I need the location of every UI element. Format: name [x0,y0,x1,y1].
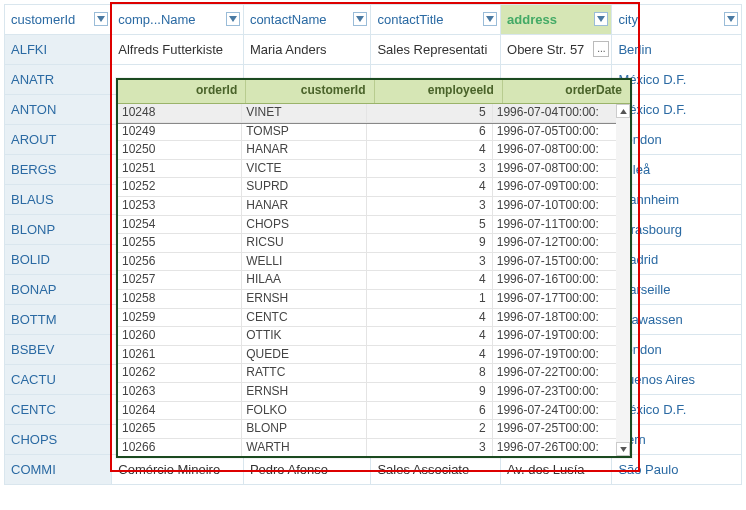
column-header-address[interactable]: address [501,5,612,35]
popup-row[interactable]: 10249TOMSP61996-07-05T00:00: [118,123,616,142]
popup-row[interactable]: 10264FOLKO61996-07-24T00:00: [118,402,616,421]
cell-text: ANATR [11,72,54,87]
popup-cell-orderid: 10249 [118,123,242,141]
cell-id[interactable]: BOLID [5,245,112,275]
column-header-city[interactable]: city [612,5,742,35]
cell-city: Berlin [612,35,742,65]
popup-cell-orderdate: 1996-07-05T00:00: [493,123,616,141]
popup-cell-orderid: 10253 [118,197,242,215]
cell-text: CENTC [11,402,56,417]
cell-id[interactable]: CENTC [5,395,112,425]
column-header-contacttitle[interactable]: contactTitle [371,5,501,35]
column-filter-dropdown[interactable] [594,12,608,26]
column-header-compname[interactable]: comp...Name [112,5,244,35]
popup-cell-employeeid: 4 [367,178,493,196]
scroll-up-button[interactable] [616,104,630,118]
cell-text: CACTU [11,372,56,387]
cell-id[interactable]: BOTTM [5,305,112,335]
popup-cell-employeeid: 6 [367,402,493,420]
popup-cell-orderid: 10250 [118,141,242,159]
popup-cell-employeeid: 4 [367,327,493,345]
popup-cell-employeeid: 3 [367,160,493,178]
popup-column-header-employeeid[interactable]: employeeId [375,80,503,103]
cell-id[interactable]: AROUT [5,125,112,155]
popup-row[interactable]: 10263ERNSH91996-07-23T00:00: [118,383,616,402]
popup-cell-orderid: 10262 [118,364,242,382]
popup-cell-customerid: ERNSH [242,290,366,308]
popup-cell-employeeid: 4 [367,271,493,289]
cell-id[interactable]: ANATR [5,65,112,95]
popup-row[interactable]: 10257HILAA41996-07-16T00:00: [118,271,616,290]
table-row[interactable]: COMMIComércio MineiroPedro AfonsoSales A… [5,455,742,485]
popup-cell-customerid: SUPRD [242,178,366,196]
cell-text: BOTTM [11,312,57,327]
popup-column-header-customerid[interactable]: customerId [246,80,374,103]
popup-row[interactable]: 10262RATTC81996-07-22T00:00: [118,364,616,383]
cell-id[interactable]: BLONP [5,215,112,245]
popup-cell-employeeid: 5 [367,216,493,234]
popup-cell-orderid: 10251 [118,160,242,178]
cell-city: São Paulo [612,455,742,485]
cell-text: BERGS [11,162,57,177]
popup-row[interactable]: 10253HANAR31996-07-10T00:00: [118,197,616,216]
popup-row[interactable]: 10256WELLI31996-07-15T00:00: [118,253,616,272]
popup-cell-employeeid: 5 [367,104,493,122]
cell-id[interactable]: BERGS [5,155,112,185]
cell-address: Av. dos Lusía [501,455,612,485]
column-filter-dropdown[interactable] [226,12,240,26]
popup-row[interactable]: 10251VICTE31996-07-08T00:00: [118,160,616,179]
popup-row[interactable]: 10252SUPRD41996-07-09T00:00: [118,178,616,197]
ellipsis-button[interactable]: ... [593,41,609,57]
orders-popup: orderIdcustomerIdemployeeIdorderDate 102… [116,78,632,458]
cell-text: Berlin [618,42,651,57]
cell-company: Alfreds Futterkiste [112,35,244,65]
popup-cell-orderid: 10260 [118,327,242,345]
cell-id[interactable]: ANTON [5,95,112,125]
cell-text: CHOPS [11,432,57,447]
cell-text: ALFKI [11,42,47,57]
popup-cell-employeeid: 4 [367,346,493,364]
popup-scrollbar[interactable] [616,104,630,456]
popup-cell-orderdate: 1996-07-11T00:00: [493,216,616,234]
cell-contact: Maria Anders [243,35,371,65]
popup-cell-customerid: VICTE [242,160,366,178]
popup-row[interactable]: 10250HANAR41996-07-08T00:00: [118,141,616,160]
popup-row[interactable]: 10261QUEDE41996-07-19T00:00: [118,346,616,365]
popup-cell-customerid: HANAR [242,197,366,215]
popup-cell-employeeid: 6 [367,123,493,141]
cell-id[interactable]: BSBEV [5,335,112,365]
cell-id[interactable]: CACTU [5,365,112,395]
popup-cell-customerid: OTTIK [242,327,366,345]
cell-text: Comércio Mineiro [118,462,220,477]
popup-cell-customerid: RATTC [242,364,366,382]
cell-text: ANTON [11,102,56,117]
popup-cell-orderid: 10266 [118,439,242,456]
popup-row[interactable]: 10254CHOPS51996-07-11T00:00: [118,216,616,235]
cell-id[interactable]: CHOPS [5,425,112,455]
popup-column-header-orderdate[interactable]: orderDate [503,80,630,103]
column-header-contactname[interactable]: contactName [243,5,371,35]
column-filter-dropdown[interactable] [94,12,108,26]
popup-column-header-orderid[interactable]: orderId [118,80,246,103]
popup-row[interactable]: 10260OTTIK41996-07-19T00:00: [118,327,616,346]
popup-row[interactable]: 10258ERNSH11996-07-17T00:00: [118,290,616,309]
popup-row[interactable]: 10259CENTC41996-07-18T00:00: [118,309,616,328]
column-filter-dropdown[interactable] [724,12,738,26]
popup-cell-customerid: CHOPS [242,216,366,234]
column-filter-dropdown[interactable] [483,12,497,26]
scroll-down-button[interactable] [616,442,630,456]
column-header-customerid[interactable]: customerId [5,5,112,35]
column-header-label: customerId [11,12,75,27]
cell-id[interactable]: BONAP [5,275,112,305]
cell-id[interactable]: BLAUS [5,185,112,215]
popup-row[interactable]: 10265BLONP21996-07-25T00:00: [118,420,616,439]
popup-cell-employeeid: 4 [367,141,493,159]
popup-row[interactable]: 10255RICSU91996-07-12T00:00: [118,234,616,253]
popup-row[interactable]: 10266WARTH31996-07-26T00:00: [118,439,616,456]
column-filter-dropdown[interactable] [353,12,367,26]
cell-id[interactable]: ALFKI [5,35,112,65]
popup-cell-employeeid: 9 [367,234,493,252]
table-row[interactable]: ALFKIAlfreds FutterkisteMaria AndersSale… [5,35,742,65]
cell-id[interactable]: COMMI [5,455,112,485]
popup-row[interactable]: 10248VINET51996-07-04T00:00: [118,104,616,123]
